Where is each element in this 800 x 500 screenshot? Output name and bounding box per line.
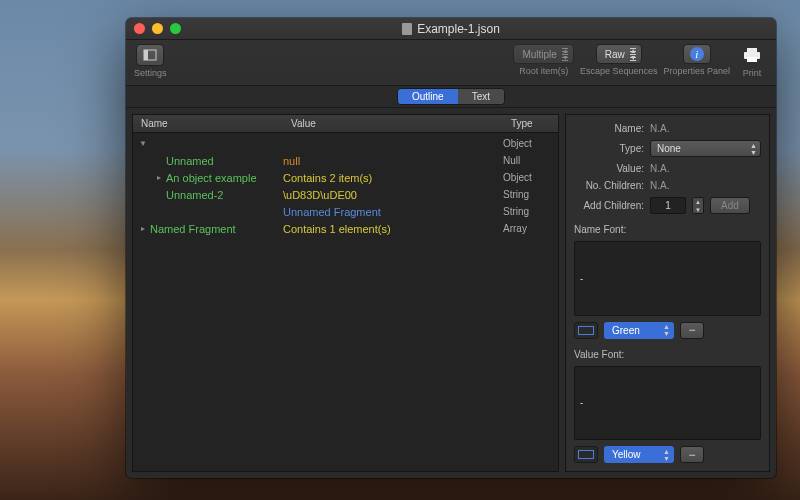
printer-icon [742,47,762,63]
tree-row[interactable]: ▼Object [133,135,558,152]
properties-panel: Name: N.A. Type: None ▲▼ Value: N.A. No.… [565,114,770,472]
disclosure-triangle-icon[interactable]: ▸ [139,224,147,233]
tab-outline[interactable]: Outline [398,89,458,104]
add-children-input[interactable]: 1 [650,197,686,214]
traffic-lights [134,23,181,34]
prop-value-value: N.A. [650,163,761,174]
node-type: Null [503,155,558,166]
node-value: Unnamed Fragment [283,206,503,218]
escape-sequences-label: Escape Sequences [580,66,658,76]
info-icon: i [690,47,704,61]
tabbar: Outline Text [126,86,776,108]
value-font-style-input[interactable]: - [574,366,761,441]
close-window-button[interactable] [134,23,145,34]
svg-rect-3 [747,48,757,53]
zoom-window-button[interactable] [170,23,181,34]
disclosure-triangle-icon[interactable]: ▸ [155,173,163,182]
content-area: Name Value Type ▼ObjectUnnamednullNull▸A… [126,108,776,478]
value-font-minus-button[interactable]: − [680,446,704,463]
dropdown-arrows-icon: ▲▼ [750,142,757,156]
root-items-label: Root item(s) [519,66,568,76]
app-window: Example-1.json Settings Multiple ▲▼ Root… [126,18,776,478]
escape-sequences-dropdown[interactable]: Raw ▲▼ [596,44,642,64]
toolbar: Settings Multiple ▲▼ Root item(s) Raw ▲▼… [126,40,776,86]
document-icon [402,23,412,35]
name-font-color-select[interactable]: Green ▲▼ [604,322,674,339]
prop-type-select[interactable]: None ▲▼ [650,140,761,157]
tree-header: Name Value Type [133,115,558,133]
tree-body[interactable]: ▼ObjectUnnamednullNull▸An object example… [133,133,558,471]
settings-label: Settings [134,68,167,78]
col-type-header[interactable]: Type [503,115,558,132]
tree-row[interactable]: ▸An object exampleContains 2 item(s)Obje… [133,169,558,186]
window-title-text: Example-1.json [417,22,500,36]
node-type: Array [503,223,558,234]
tree-row[interactable]: Unnamed FragmentString [133,203,558,220]
value-font-swatch[interactable] [574,446,598,463]
root-items-dropdown[interactable]: Multiple ▲▼ [513,44,573,64]
name-font-minus-button[interactable]: − [680,322,704,339]
node-value: Contains 2 item(s) [283,172,503,184]
print-label: Print [743,68,762,78]
node-type: Object [503,138,558,149]
node-value: \uD83D\uDE00 [283,189,503,201]
titlebar: Example-1.json [126,18,776,40]
settings-button[interactable] [136,44,164,66]
dropdown-arrows-icon: ▲▼ [562,47,569,61]
properties-panel-button[interactable]: i [683,44,711,64]
minimize-window-button[interactable] [152,23,163,34]
tab-text[interactable]: Text [458,89,504,104]
disclosure-triangle-icon[interactable]: ▼ [139,139,147,148]
node-value: null [283,155,503,167]
node-value: Contains 1 element(s) [283,223,503,235]
svg-rect-4 [747,57,757,62]
name-font-section-label: Name Font: [574,224,761,235]
prop-type-label: Type: [574,143,644,154]
panel-icon [143,48,157,62]
prop-name-value: N.A. [650,123,761,134]
dropdown-arrows-icon: ▲▼ [663,448,670,462]
add-children-stepper[interactable]: ▲▼ [692,197,704,214]
tree-row[interactable]: ▸Named FragmentContains 1 element(s)Arra… [133,220,558,237]
prop-addchildren-label: Add Children: [574,200,644,211]
node-type: String [503,206,558,217]
node-type: Object [503,172,558,183]
dropdown-arrows-icon: ▲▼ [663,323,670,337]
properties-panel-label: Properties Panel [663,66,730,76]
value-font-color-select[interactable]: Yellow ▲▼ [604,446,674,463]
prop-name-label: Name: [574,123,644,134]
add-button[interactable]: Add [710,197,750,214]
prop-nochildren-value: N.A. [650,180,761,191]
tree-row[interactable]: Unnamed-2\uD83D\uDE00String [133,186,558,203]
node-name: Named Fragment [150,223,236,235]
outline-tree-panel: Name Value Type ▼ObjectUnnamednullNull▸A… [132,114,559,472]
dropdown-arrows-icon: ▲▼ [630,47,637,61]
print-button[interactable] [736,44,768,66]
value-font-section-label: Value Font: [574,349,761,360]
name-font-style-input[interactable]: - [574,241,761,316]
svg-rect-1 [144,50,148,60]
col-value-header[interactable]: Value [283,115,503,132]
col-name-header[interactable]: Name [133,115,283,132]
name-font-swatch[interactable] [574,322,598,339]
prop-nochildren-label: No. Children: [574,180,644,191]
view-tabs: Outline Text [397,88,505,105]
window-title: Example-1.json [126,22,776,36]
node-name: Unnamed [166,155,214,167]
node-name: An object example [166,172,257,184]
prop-value-label: Value: [574,163,644,174]
tree-row[interactable]: UnnamednullNull [133,152,558,169]
node-type: String [503,189,558,200]
node-name: Unnamed-2 [166,189,223,201]
